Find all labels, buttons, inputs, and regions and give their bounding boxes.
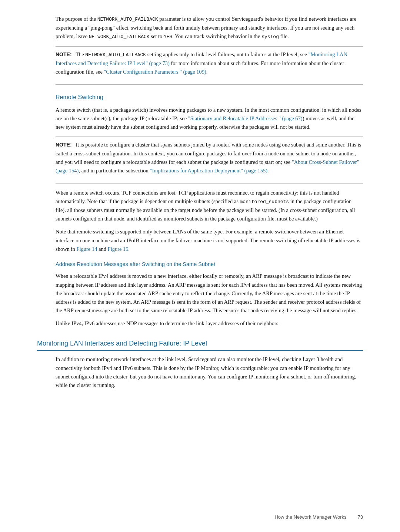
remote-switching-body: A remote switch (that is, a package swit…	[37, 106, 363, 253]
arp-section-body: When a relocatable IPv4 address is moved…	[37, 272, 363, 328]
code-yes: YES	[164, 34, 172, 40]
code-monitored-subnets: monitored_subnets	[240, 199, 289, 205]
note-1-link-2[interactable]: "Cluster Configuration Parameters " (pag…	[104, 69, 206, 75]
rs-figure15-link[interactable]: Figure 15	[108, 246, 129, 252]
code-network-auto-failback-note: NETWORK_AUTO_FAILBACK	[85, 52, 146, 58]
monitoring-para1: In addition to monitoring network interf…	[56, 355, 363, 390]
note-box-2: NOTE: It is possible to configure a clus…	[56, 137, 363, 183]
intro-paragraph: The purpose of the NETWORK_AUTO_FAILBACK…	[56, 15, 363, 41]
monitoring-section: Monitoring LAN Interfaces and Detecting …	[37, 339, 363, 390]
rs-link-1[interactable]: "Stationary and Relocatable IP Addresses…	[188, 115, 303, 121]
arp-section-heading: Address Resolution Messages after Switch…	[37, 260, 363, 268]
code-network-auto-failback-2: NETWORK_AUTO_FAILBACK	[89, 34, 150, 40]
code-network-auto-failback: NETWORK_AUTO_FAILBACK	[97, 17, 158, 22]
code-syslog: syslog	[261, 34, 279, 40]
note-2-content: NOTE: It is possible to configure a clus…	[56, 141, 363, 175]
note-2-label: NOTE:	[56, 142, 72, 148]
remote-switching-heading: Remote Switching	[37, 93, 363, 102]
rs-figure14-link[interactable]: Figure 14	[76, 246, 97, 252]
remote-switching-section: Remote Switching A remote switch (that i…	[37, 93, 363, 253]
page-footer: How the Network Manager Works 73	[274, 514, 363, 521]
arp-section: Address Resolution Messages after Switch…	[37, 260, 363, 328]
arp-para1: When a relocatable IPv4 address is moved…	[56, 272, 363, 315]
note-1-content: NOTE: The NETWORK_AUTO_FAILBACK setting …	[56, 50, 363, 76]
footer-section-label: How the Network Manager Works	[274, 514, 346, 521]
remote-switching-para2: When a remote switch occurs, TCP connect…	[56, 189, 363, 223]
note-2-link-2[interactable]: "Implications for Application Deployment…	[150, 168, 267, 174]
remote-switching-para3: Note that remote switching is supported …	[56, 228, 363, 253]
note-box-1: NOTE: The NETWORK_AUTO_FAILBACK setting …	[56, 46, 363, 85]
page: The purpose of the NETWORK_AUTO_FAILBACK…	[0, 0, 400, 532]
arp-para2: Unlike IPv4, IPv6 addresses use NDP mess…	[56, 319, 363, 328]
remote-switching-para1: A remote switch (that is, a package swit…	[56, 106, 363, 132]
footer-page-number: 73	[358, 514, 363, 521]
monitoring-section-body: In addition to monitoring network interf…	[37, 355, 363, 390]
monitoring-section-heading: Monitoring LAN Interfaces and Detecting …	[37, 339, 363, 351]
note-1-label: NOTE:	[56, 51, 72, 57]
intro-section: The purpose of the NETWORK_AUTO_FAILBACK…	[37, 15, 363, 85]
